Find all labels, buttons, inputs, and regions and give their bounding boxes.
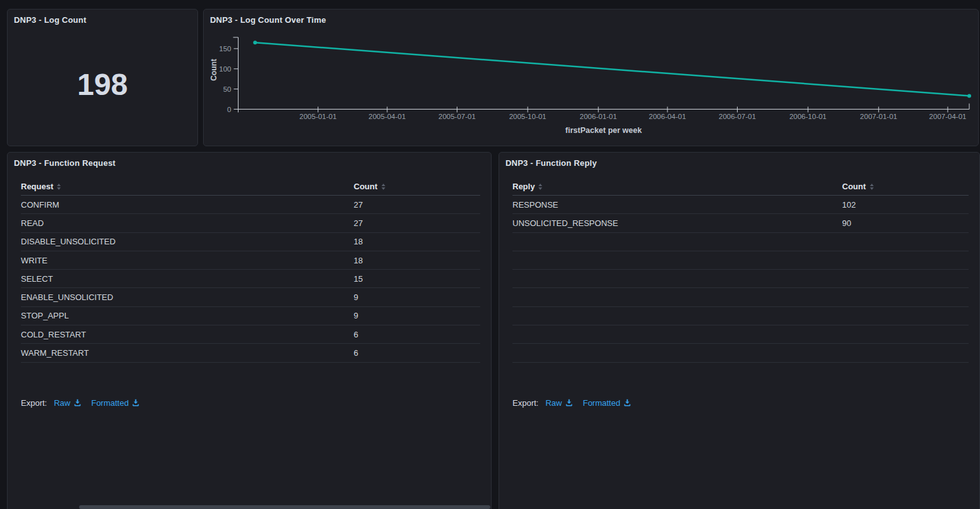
- sort-icon: [381, 184, 385, 190]
- export-label: Export:: [512, 398, 538, 408]
- cell-count: 27: [354, 200, 480, 210]
- download-icon: [565, 399, 573, 407]
- export-label: Export:: [21, 398, 47, 408]
- export-link-label: Raw: [545, 398, 562, 408]
- table-row: SELECT15: [21, 270, 480, 288]
- panel-function-request: DNP3 - Function Request Request Count CO…: [7, 152, 492, 509]
- table-row: COLD_RESTART6: [21, 325, 480, 344]
- svg-text:2005-10-01: 2005-10-01: [509, 113, 547, 120]
- svg-text:2006-07-01: 2006-07-01: [719, 113, 756, 120]
- svg-text:2007-04-01: 2007-04-01: [929, 113, 967, 120]
- log-count-chart[interactable]: 0501001502005-01-012005-04-012005-07-012…: [204, 9, 978, 146]
- x-axis-title: firstPacket per week: [238, 126, 969, 135]
- function-reply-rows: RESPONSE102UNSOLICITED_RESPONSE90: [512, 196, 969, 363]
- cell-key: READ: [21, 218, 354, 228]
- table-row: CONFIRM27: [21, 196, 480, 214]
- export-row: Export: Raw Formatted: [21, 398, 491, 408]
- svg-text:100: 100: [219, 65, 231, 73]
- table-row: WARM_RESTART6: [21, 344, 480, 362]
- download-icon: [132, 399, 140, 407]
- column-header-label: Count: [842, 182, 866, 191]
- table-row: [512, 270, 969, 288]
- cell-count: 18: [354, 256, 480, 265]
- sort-icon: [870, 184, 874, 190]
- cell-count: 6: [354, 348, 480, 358]
- column-header-label: Request: [21, 182, 53, 191]
- export-raw-link[interactable]: Raw: [54, 398, 82, 408]
- cell-count: 6: [354, 330, 480, 339]
- export-link-label: Formatted: [583, 398, 620, 408]
- svg-text:2005-04-01: 2005-04-01: [369, 113, 406, 120]
- column-header-label: Count: [354, 182, 378, 191]
- log-count-value: 198: [8, 70, 197, 100]
- column-header-label: Reply: [512, 182, 535, 191]
- table-row: RESPONSE102: [512, 196, 969, 214]
- table-row: [512, 288, 969, 306]
- svg-text:50: 50: [223, 85, 232, 93]
- svg-text:2006-01-01: 2006-01-01: [580, 113, 617, 120]
- column-header-request[interactable]: Request: [21, 182, 354, 191]
- export-row: Export: Raw Formatted: [512, 398, 979, 408]
- table-row: STOP_APPL9: [21, 307, 480, 325]
- panel-title: DNP3 - Function Request: [8, 153, 491, 168]
- export-link-label: Formatted: [91, 398, 128, 408]
- table-row: ENABLE_UNSOLICITED9: [21, 288, 480, 306]
- table-header-row: Request Count: [21, 178, 480, 196]
- svg-text:2007-01-01: 2007-01-01: [860, 113, 897, 120]
- cell-key: ENABLE_UNSOLICITED: [21, 292, 354, 302]
- cell-count: 9: [354, 292, 480, 302]
- cell-key: STOP_APPL: [21, 311, 354, 320]
- function-request-rows: CONFIRM27READ27DISABLE_UNSOLICITED18WRIT…: [21, 196, 480, 363]
- cell-count: 15: [354, 274, 480, 284]
- cell-key: RESPONSE: [512, 200, 842, 210]
- cell-count: 18: [354, 237, 480, 246]
- column-header-reply[interactable]: Reply: [512, 182, 842, 191]
- cell-key: WARM_RESTART: [21, 348, 354, 358]
- column-header-count[interactable]: Count: [354, 182, 480, 191]
- cell-count: 102: [842, 200, 969, 210]
- panel-title: DNP3 - Log Count: [8, 9, 197, 25]
- table-row: WRITE18: [21, 251, 480, 270]
- download-icon: [623, 399, 631, 407]
- export-formatted-link[interactable]: Formatted: [91, 398, 140, 408]
- cell-key: DISABLE_UNSOLICITED: [21, 237, 354, 246]
- export-formatted-link[interactable]: Formatted: [583, 398, 631, 408]
- horizontal-scrollbar-thumb[interactable]: [79, 505, 490, 509]
- cell-count: 27: [354, 218, 480, 228]
- table-row: UNSOLICITED_RESPONSE90: [512, 214, 969, 232]
- export-link-label: Raw: [54, 398, 70, 408]
- panel-function-reply: DNP3 - Function Reply Reply Count RESPON…: [499, 152, 980, 509]
- cell-count: 9: [354, 311, 480, 320]
- table-row: [512, 307, 969, 325]
- cell-count: 90: [842, 218, 969, 228]
- table-header-row: Reply Count: [512, 178, 969, 196]
- sort-icon: [538, 184, 542, 190]
- table-row: [512, 344, 969, 362]
- cell-key: SELECT: [21, 274, 354, 284]
- svg-text:0: 0: [227, 106, 231, 113]
- table-row: [512, 251, 969, 270]
- svg-text:2005-07-01: 2005-07-01: [438, 113, 476, 120]
- cell-key: COLD_RESTART: [21, 330, 354, 339]
- panel-log-count: DNP3 - Log Count 198: [7, 9, 198, 146]
- cell-key: UNSOLICITED_RESPONSE: [512, 218, 842, 228]
- svg-text:2005-01-01: 2005-01-01: [299, 113, 337, 120]
- download-icon: [73, 399, 82, 407]
- sort-icon: [57, 184, 61, 190]
- function-reply-table: Reply Count RESPONSE102UNSOLICITED_RESPO…: [512, 178, 969, 363]
- export-raw-link[interactable]: Raw: [545, 398, 573, 408]
- y-axis-title: Count: [209, 59, 218, 81]
- panel-title: DNP3 - Function Reply: [499, 153, 979, 168]
- cell-key: WRITE: [21, 256, 354, 265]
- table-row: [512, 325, 969, 344]
- panel-log-count-over-time: DNP3 - Log Count Over Time 0501001502005…: [203, 9, 979, 146]
- table-row: DISABLE_UNSOLICITED18: [21, 233, 480, 251]
- cell-key: CONFIRM: [21, 200, 354, 210]
- svg-text:150: 150: [219, 45, 231, 53]
- function-request-table: Request Count CONFIRM27READ27DISABLE_UNS…: [21, 178, 480, 363]
- column-header-count[interactable]: Count: [842, 182, 969, 191]
- table-row: [512, 233, 969, 251]
- svg-text:2006-04-01: 2006-04-01: [649, 113, 686, 120]
- table-row: READ27: [21, 214, 480, 232]
- svg-text:2006-10-01: 2006-10-01: [790, 113, 827, 120]
